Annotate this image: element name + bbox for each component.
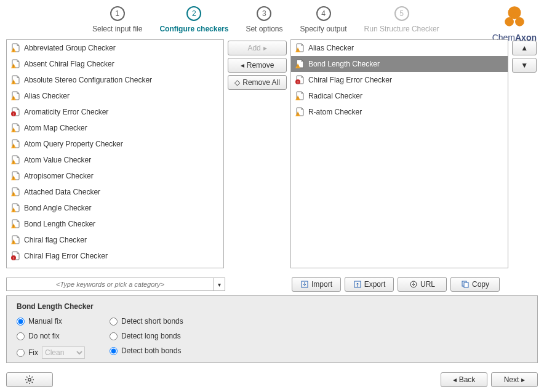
- step-number: 1: [110, 6, 125, 21]
- checker-icon: !: [10, 219, 20, 229]
- import-button[interactable]: Import: [292, 277, 341, 292]
- list-item[interactable]: !Bond Angle Checker: [7, 200, 223, 216]
- checker-label: Bond Angle Checker: [24, 204, 91, 212]
- eraser-icon: ◇: [234, 78, 240, 87]
- checker-icon: !: [10, 59, 20, 69]
- checker-icon: !: [10, 203, 20, 213]
- available-checkers-list[interactable]: !Abbreviated Group Checker!Absent Chiral…: [7, 40, 223, 268]
- settings-button[interactable]: [6, 372, 53, 387]
- svg-point-48: [28, 378, 31, 381]
- step-2[interactable]: 2 Configure checkers: [159, 6, 228, 33]
- next-button[interactable]: Next▸: [491, 372, 538, 387]
- list-item[interactable]: !R-atom Checker: [291, 104, 508, 120]
- io-actions: Import Export URL Copy: [292, 277, 538, 292]
- available-checkers-panel: !Abbreviated Group Checker!Absent Chiral…: [6, 39, 224, 268]
- step-number: 2: [186, 6, 201, 21]
- config-title: Bond Length Checker: [17, 302, 527, 311]
- list-item[interactable]: !Alias Checker: [7, 88, 223, 104]
- add-button[interactable]: Add▸: [228, 41, 287, 55]
- step-label: Configure checkers: [159, 25, 228, 33]
- step-number: 3: [257, 6, 271, 21]
- checker-icon: !: [295, 59, 305, 69]
- list-item[interactable]: !Aromaticity Error Checker: [7, 104, 223, 120]
- checker-label: Alias Checker: [24, 92, 70, 100]
- checker-label: Attached Data Checker: [24, 188, 100, 196]
- checker-icon: !: [10, 187, 20, 197]
- list-item[interactable]: !Chiral Flag Error Checker: [7, 248, 223, 264]
- radio-do-not-fix[interactable]: Do not fix: [17, 332, 85, 340]
- checker-label: Bond Length Checker: [308, 60, 380, 68]
- transfer-buttons: Add▸ ◂Remove ◇Remove All: [226, 39, 288, 268]
- list-item[interactable]: !Bond Length Checker: [291, 56, 508, 72]
- move-down-button[interactable]: ▼: [512, 58, 537, 73]
- triangle-right-icon: ▸: [521, 375, 525, 384]
- list-item[interactable]: !Atom Value Checker: [7, 152, 223, 168]
- fix-mode-group: Manual fix Do not fix Fix Clean: [17, 317, 85, 359]
- radio-detect-both[interactable]: Detect both bonds: [110, 346, 183, 355]
- list-item[interactable]: !Bond Length Checker: [7, 216, 223, 232]
- checker-label: Abbreviated Group Checker: [24, 44, 116, 52]
- radio-manual-fix[interactable]: Manual fix: [17, 317, 85, 326]
- under-row: ▾ Import Export URL Copy: [6, 277, 538, 292]
- move-up-button[interactable]: ▲: [512, 41, 537, 55]
- copy-icon: [461, 280, 470, 289]
- list-item[interactable]: !Attached Data Checker: [7, 184, 223, 200]
- chemaxon-logo-icon: [502, 4, 527, 30]
- list-item[interactable]: !Alias Checker: [291, 40, 508, 56]
- radio-detect-long[interactable]: Detect long bonds: [110, 332, 183, 340]
- list-item[interactable]: !Atropisomer Checker: [7, 168, 223, 184]
- checker-label: Bond Length Checker: [24, 220, 95, 228]
- checker-label: Atom Value Checker: [24, 156, 91, 164]
- checker-icon: !: [295, 91, 305, 101]
- svg-line-56: [32, 377, 33, 378]
- step-3[interactable]: 3 Set options: [246, 6, 282, 33]
- checker-icon: !: [10, 91, 20, 101]
- step-number: 4: [316, 6, 331, 21]
- back-button[interactable]: ◂Back: [441, 372, 487, 387]
- checker-label: Aromaticity Error Checker: [24, 108, 108, 116]
- radio-detect-short[interactable]: Detect short bonds: [110, 317, 183, 326]
- list-item[interactable]: !Atom Map Checker: [7, 120, 223, 136]
- remove-all-button[interactable]: ◇Remove All: [228, 75, 287, 90]
- list-item[interactable]: !Absolute Stereo Configuration Checker: [7, 72, 223, 88]
- checker-label: Chiral Flag Error Checker: [308, 76, 392, 84]
- triangle-left-icon: ◂: [241, 61, 244, 70]
- svg-point-1: [505, 17, 514, 26]
- list-item[interactable]: !Radical Checker: [291, 88, 508, 104]
- step-4[interactable]: 4 Specify output: [300, 6, 346, 33]
- list-item[interactable]: !Absent Chiral Flag Checker: [7, 56, 223, 72]
- triangle-down-icon: ▼: [521, 61, 528, 70]
- step-number: 5: [394, 6, 409, 21]
- step-label: Specify output: [300, 25, 346, 33]
- fix-action-select: Clean: [42, 346, 85, 359]
- list-item[interactable]: !Abbreviated Group Checker: [7, 40, 223, 56]
- reorder-buttons: ▲ ▼: [511, 39, 538, 268]
- checker-label: Absent Chiral Flag Checker: [24, 60, 114, 68]
- selected-checkers-list[interactable]: !Alias Checker!Bond Length Checker!Chira…: [291, 40, 508, 268]
- triangle-right-icon: ▸: [263, 44, 267, 52]
- checker-label: Absolute Stereo Configuration Checker: [24, 76, 152, 84]
- footer: ◂Back Next▸: [0, 367, 544, 392]
- selected-checkers-panel: !Alias Checker!Bond Length Checker!Chira…: [290, 39, 508, 268]
- filter-input[interactable]: [6, 278, 214, 291]
- export-button[interactable]: Export: [345, 277, 394, 292]
- filter-dropdown-button[interactable]: ▾: [214, 278, 225, 291]
- triangle-left-icon: ◂: [453, 375, 457, 384]
- checker-icon: !: [10, 139, 20, 149]
- list-item[interactable]: !Atom Query Property Checker: [7, 136, 223, 152]
- remove-button[interactable]: ◂Remove: [228, 58, 287, 73]
- copy-button[interactable]: Copy: [450, 277, 500, 292]
- checker-icon: !: [10, 75, 20, 85]
- checker-icon: !: [10, 235, 20, 245]
- checker-icon: !: [295, 43, 305, 53]
- checker-label: Radical Checker: [308, 92, 362, 100]
- svg-line-53: [26, 377, 28, 378]
- radio-fix[interactable]: Fix Clean: [17, 346, 85, 359]
- list-item[interactable]: !Chiral Flag Error Checker: [291, 72, 508, 88]
- checker-icon: !: [10, 107, 20, 117]
- list-item[interactable]: !Chiral flag Checker: [7, 232, 223, 248]
- checker-label: R-atom Checker: [308, 108, 362, 116]
- step-1[interactable]: 1 Select input file: [92, 6, 142, 33]
- url-button[interactable]: URL: [398, 277, 447, 292]
- gear-icon: [25, 375, 34, 385]
